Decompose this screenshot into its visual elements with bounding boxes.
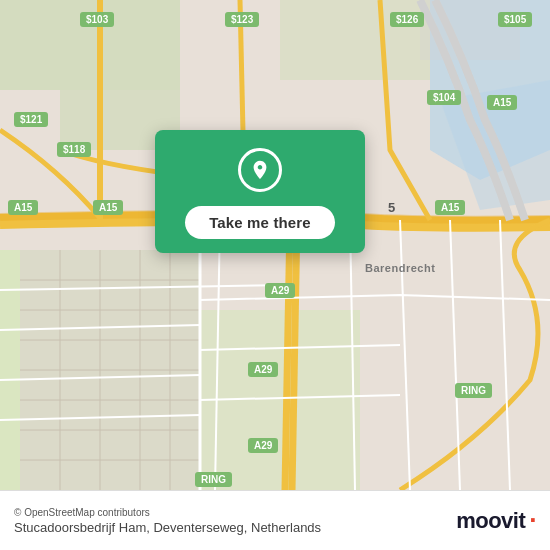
road-label-ring-1: RING [455,383,492,398]
location-pin-icon [249,159,271,181]
road-label-a15-center: A15 [93,200,123,215]
road-label-s123: $123 [225,12,259,27]
road-label-s126: $126 [390,12,424,27]
bottom-left-info: © OpenStreetMap contributors Stucadoorsb… [14,507,321,535]
take-me-there-button[interactable]: Take me there [185,206,335,239]
osm-credit: © OpenStreetMap contributors [14,507,321,518]
svg-rect-22 [420,0,520,60]
moovit-logo: moovit· [456,505,536,536]
location-card: Take me there [155,130,365,253]
road-label-s121: $121 [14,112,48,127]
moovit-text: moovit [456,508,525,534]
moovit-dot: · [529,505,536,536]
road-label-s104: $104 [427,90,461,105]
bottom-bar: © OpenStreetMap contributors Stucadoorsb… [0,490,550,550]
road-label-s105: $105 [498,12,532,27]
location-pin-circle [238,148,282,192]
road-label-a29-1: A29 [265,283,295,298]
road-label-a15-left: A15 [8,200,38,215]
road-label-s118: $118 [57,142,91,157]
road-label-a29-2: A29 [248,362,278,377]
road-label-a15-top: A15 [487,95,517,110]
road-label-a29-3: A29 [248,438,278,453]
road-label-s103: $103 [80,12,114,27]
map-container: $103 $123 $126 $105 $121 $118 A15 A15 A1… [0,0,550,490]
road-label-a15-right: A15 [435,200,465,215]
road-label-ring-2: RING [195,472,232,487]
address-text: Stucadoorsbedrijf Ham, Deventerseweg, Ne… [14,520,321,535]
